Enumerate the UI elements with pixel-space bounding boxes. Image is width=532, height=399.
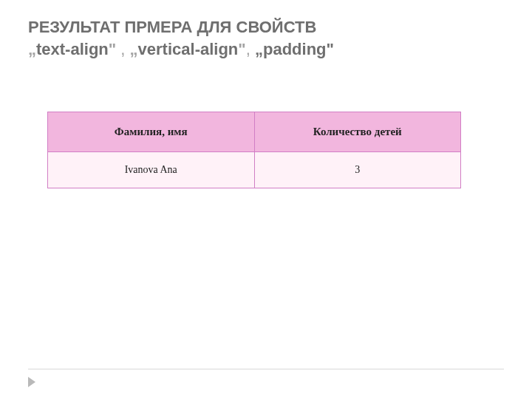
comma-2: , <box>246 40 255 58</box>
slide-content: Фамилия, имя Количество детей Ivanova An… <box>28 112 504 188</box>
close-quote-2: " <box>238 40 245 58</box>
prop-text-align: text-align <box>36 40 109 58</box>
comma-1: , <box>116 40 129 58</box>
table-header-row: Фамилия, имя Количество детей <box>48 112 461 152</box>
table-header-cell: Фамилия, имя <box>48 112 255 152</box>
table-cell: Ivanova Ana <box>48 152 255 188</box>
slide-heading: РЕЗУЛЬТАТ ПРМЕРА ДЛЯ СВОЙСТВ „text-align… <box>28 16 504 60</box>
open-quote-2: „ <box>130 40 138 58</box>
table-cell: 3 <box>254 152 461 188</box>
heading-line1: РЕЗУЛЬТАТ ПРМЕРА ДЛЯ СВОЙСТВ <box>28 18 316 36</box>
triangle-marker-icon <box>28 377 35 387</box>
footer-divider <box>28 369 504 369</box>
table-row: Ivanova Ana 3 <box>48 152 461 188</box>
close-quote-1: " <box>109 40 116 58</box>
prop-vertical-align: vertical-align <box>138 40 239 58</box>
prop-padding: „padding" <box>255 40 334 58</box>
open-quote-1: „ <box>28 40 36 58</box>
example-table: Фамилия, имя Количество детей Ivanova An… <box>47 112 461 188</box>
table-header-cell: Количество детей <box>254 112 461 152</box>
